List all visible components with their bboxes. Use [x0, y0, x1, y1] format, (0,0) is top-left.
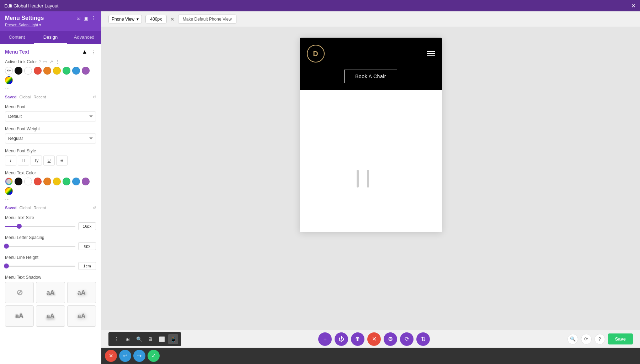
help-circle-icon[interactable]: ? [594, 334, 605, 344]
make-default-button[interactable]: Make Default Phone View [178, 15, 236, 24]
shadow-none[interactable]: ⊘ [5, 282, 34, 303]
resize-handle-right[interactable] [367, 170, 369, 188]
shadow-1[interactable]: aA [36, 282, 65, 303]
line-height-input[interactable] [78, 262, 96, 270]
tool-tablet-btn[interactable]: ⬜ [157, 334, 167, 344]
menu-text-size-input[interactable] [78, 222, 96, 230]
color-red-swatch[interactable] [34, 67, 42, 75]
device-icon[interactable]: ▭ [43, 59, 47, 65]
active-link-more-icon[interactable]: ⋮ [55, 59, 60, 65]
shadow-5[interactable]: aA [67, 305, 96, 327]
global-tab[interactable]: Global [19, 95, 31, 99]
cancel-action-btn[interactable]: ✕ [105, 350, 117, 362]
tc-reset-icon[interactable]: ↺ [93, 206, 96, 210]
viewport-close-icon[interactable]: ✕ [170, 16, 175, 22]
sidebar-icon-3[interactable]: ⋮ [91, 15, 96, 21]
tc-black-swatch[interactable] [15, 178, 22, 185]
tool-monitor-btn[interactable]: 🖥 [145, 334, 155, 344]
tc-white-swatch[interactable] [24, 178, 32, 185]
zoom-icon[interactable]: 🔍 [567, 334, 578, 344]
color-yellow-swatch[interactable] [53, 67, 61, 75]
menu-font-select[interactable]: Default [5, 112, 96, 121]
letter-spacing-input[interactable] [78, 242, 96, 250]
book-chair-button[interactable]: Book A Chair [344, 70, 397, 83]
save-button[interactable]: Save [608, 333, 633, 344]
help-icon[interactable]: ? [39, 60, 41, 64]
color-purple-swatch[interactable] [82, 67, 90, 75]
italic-btn[interactable]: I [5, 156, 16, 165]
shadow-2[interactable]: aA [67, 282, 96, 303]
allcaps-btn[interactable]: TT [18, 156, 29, 165]
redo-action-btn[interactable]: ↪ [133, 350, 145, 362]
viewport-select[interactable]: Phone View ▾ [108, 15, 142, 23]
menu-text-size-label: Menu Text Size [5, 215, 34, 220]
shadow-3[interactable]: aA [5, 305, 34, 327]
trash-btn[interactable]: 🗑 [351, 332, 364, 346]
sync-btn[interactable]: ⟳ [400, 332, 414, 346]
menu-font-weight-select[interactable]: Regular [5, 134, 96, 143]
sidebar-icon-1[interactable]: ⊡ [76, 15, 81, 21]
power-btn[interactable]: ⏻ [335, 332, 348, 346]
collapse-icon[interactable]: ▲ [81, 48, 88, 55]
color-blue-swatch[interactable] [72, 67, 80, 75]
recent-tab[interactable]: Recent [33, 95, 46, 99]
resize-handle-left[interactable] [357, 170, 359, 188]
canvas-area: D Book A Chair [101, 27, 640, 330]
color-white-swatch[interactable] [24, 67, 32, 75]
reset-color-icon[interactable]: ↺ [93, 95, 96, 99]
line-height-thumb[interactable] [4, 264, 9, 268]
letter-spacing-track[interactable] [5, 246, 75, 247]
tab-design[interactable]: Design [34, 31, 68, 44]
menu-text-size-track[interactable] [5, 226, 75, 227]
tab-content[interactable]: Content [0, 31, 34, 44]
line-height-track[interactable] [5, 266, 75, 267]
tc-purple-swatch[interactable] [82, 178, 90, 185]
tool-search-btn[interactable]: 🔍 [134, 334, 144, 344]
settings-btn[interactable]: ⚙ [384, 332, 397, 346]
tc-global-tab[interactable]: Global [19, 206, 31, 210]
tool-phone-btn[interactable]: 📱 [168, 334, 178, 344]
tc-recent-tab[interactable]: Recent [33, 206, 46, 210]
tc-green-swatch[interactable] [63, 178, 70, 185]
sidebar-icon-2[interactable]: ▣ [84, 15, 88, 21]
saved-tab[interactable]: Saved [5, 95, 16, 99]
color-gradient-swatch[interactable] [5, 76, 13, 84]
menu-text-color-swatches [5, 178, 96, 195]
section-more-icon[interactable]: ⋮ [90, 49, 96, 55]
sidebar-preset[interactable]: Preset: Salon Light ▾ [5, 23, 96, 27]
shadow-grid: ⊘ aA aA aA aA aA [5, 282, 96, 327]
dots-row-1[interactable]: ··· [5, 86, 96, 92]
tc-blue-swatch[interactable] [72, 178, 80, 185]
tool-grid-btn[interactable]: ⊞ [123, 334, 133, 344]
close-icon[interactable]: ✕ [631, 2, 636, 9]
shadow-4[interactable]: aA [36, 305, 65, 327]
color-green-swatch[interactable] [63, 67, 70, 75]
menu-text-size-thumb[interactable] [17, 224, 22, 229]
hamburger-menu[interactable] [427, 51, 435, 56]
tc-saved-tab[interactable]: Saved [5, 206, 16, 210]
tc-red-swatch[interactable] [34, 178, 42, 185]
color-pencil-swatch[interactable]: ✏ [5, 67, 13, 75]
hover-icon[interactable]: ↗ [49, 59, 53, 65]
color-orange-swatch[interactable] [43, 67, 51, 75]
add-btn[interactable]: + [318, 332, 332, 346]
tc-gradient-swatch[interactable] [5, 187, 13, 195]
refresh-icon[interactable]: ⟳ [581, 334, 592, 344]
letter-spacing-thumb[interactable] [4, 244, 9, 249]
underline-btn[interactable]: U [43, 156, 55, 165]
layers-btn[interactable]: ⇅ [416, 332, 430, 346]
strikethrough-btn[interactable]: S [56, 156, 68, 165]
undo-action-btn[interactable]: ↩ [119, 350, 131, 362]
color-transparent-swatch[interactable] [5, 178, 13, 185]
viewport-px-input[interactable] [145, 15, 167, 23]
confirm-action-btn[interactable]: ✓ [148, 350, 160, 362]
capitalize-btn[interactable]: Ty [31, 156, 42, 165]
tool-dots-btn[interactable]: ⋮ [111, 334, 121, 344]
color-black-swatch[interactable] [15, 67, 22, 75]
tc-orange-swatch[interactable] [43, 178, 51, 185]
tab-advanced[interactable]: Advanced [67, 31, 101, 44]
close-btn[interactable]: ✕ [367, 332, 381, 346]
active-link-color-field: Active Link Color ? ▭ ↗ ⋮ ✏ [5, 59, 96, 99]
tc-yellow-swatch[interactable] [53, 178, 61, 185]
dots-row-2[interactable]: ··· [5, 196, 96, 203]
